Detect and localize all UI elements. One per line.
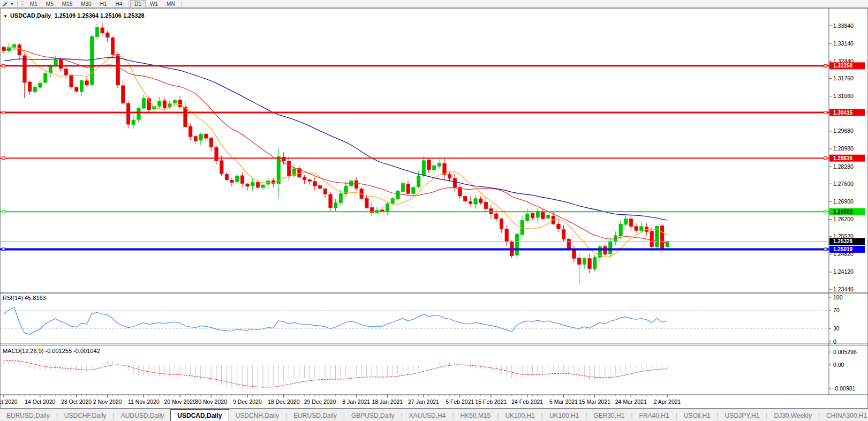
timeframe-button-h4[interactable]: H4 — [111, 0, 126, 8]
date-tick-label: 18 Jan 2021 — [372, 399, 403, 405]
tab-dj30-weekly[interactable]: DJ30,Weekly — [767, 409, 818, 421]
timeframe-button-h1[interactable]: H1 — [96, 0, 111, 8]
date-tick-label: 15 Feb 2021 — [475, 399, 507, 405]
tab-eurusd-daily[interactable]: EURUSD,Daily — [0, 409, 56, 421]
date-tick-label: 2 Nov 2020 — [93, 399, 122, 405]
date-tick-label: 24 Feb 2021 — [511, 399, 543, 405]
timeframe-button-m5[interactable]: M5 — [42, 0, 58, 8]
rsi-scale-label: 0 — [833, 339, 836, 345]
price-tag-label: 1.26503 — [833, 209, 853, 215]
chart-window: 1.338401.331401.324401.317601.310601.296… — [0, 8, 868, 409]
tab-uk100-h1[interactable]: UK100,H1 — [499, 409, 541, 421]
price-tag-label: 1.25019 — [833, 246, 853, 252]
hline-handle[interactable] — [824, 210, 827, 213]
toolbar-dropdown-caret[interactable]: ▼ — [10, 2, 14, 6]
date-tick-label: 29 Dec 2020 — [304, 399, 336, 405]
date-tick-label: 18 Dec 2020 — [268, 399, 300, 405]
toolbar-grip[interactable] — [21, 1, 24, 6]
toolbar-separator — [17, 1, 18, 7]
hline-handle[interactable] — [824, 248, 827, 251]
toolbar-separator — [128, 1, 129, 7]
macd-scale-label: 0.005296 — [833, 349, 857, 355]
tab-fra40-h1[interactable]: FRA40,H1 — [633, 409, 676, 421]
tab-usoil-h1[interactable]: USOil,H1 — [677, 409, 717, 421]
crosshair-pen-icon[interactable] — [0, 1, 10, 7]
tab-xauusd-h4[interactable]: XAUUSD,H4 — [403, 409, 452, 421]
price-tick-label: 1.28980 — [833, 145, 854, 152]
date-tick-label: 24 Mar 2021 — [615, 399, 647, 405]
hline-handle[interactable] — [2, 210, 5, 213]
macd-values: -0.001255 -0.001042 — [45, 348, 100, 354]
rsi-scale-label: 30 — [833, 325, 840, 332]
timeframe-button-m30[interactable]: M30 — [77, 0, 95, 8]
date-tick-label: 15 Mar 2021 — [579, 399, 610, 405]
tab-uk100-h1[interactable]: UK100,H1 — [543, 409, 585, 421]
timeframe-button-m1[interactable]: M1 — [26, 0, 42, 8]
price-tick-label: 1.29680 — [833, 127, 854, 134]
price-tick-label: 1.31060 — [833, 93, 854, 99]
date-tick-label: 27 Jan 2021 — [408, 399, 439, 405]
date-tick-label: 8 Jan 2021 — [342, 399, 370, 405]
tab-ger30-h1[interactable]: GER30,H1 — [587, 409, 631, 421]
tab-audusd-daily[interactable]: AUDUSD,Daily — [115, 409, 171, 421]
timeframe-button-m15[interactable]: M15 — [58, 0, 77, 8]
timeframe-button-d1[interactable]: D1 — [130, 0, 146, 8]
hline-handle[interactable] — [824, 64, 827, 67]
tab-usdchf-daily[interactable]: USDCHF,Daily — [58, 409, 113, 421]
macd-name: MACD(12,26,9) — [3, 348, 43, 354]
tab-hk50-m15[interactable]: HK50,M15 — [454, 409, 497, 421]
tab-usdcad-daily[interactable]: USDCAD,Daily — [170, 409, 229, 421]
date-tick-label: 2 Apr 2021 — [654, 399, 681, 405]
price-tick-label: 1.26900 — [833, 198, 854, 205]
date-tick-label: 30 Nov 2020 — [195, 399, 227, 405]
date-tick-label: 20 Nov 2020 — [164, 399, 196, 405]
price-tick-label: 1.24120 — [833, 268, 854, 275]
timeframe-button-mn[interactable]: MN — [162, 0, 179, 8]
date-tick-label: 11 Nov 2020 — [128, 399, 160, 405]
tab-usdjpy-h1[interactable]: USDJPY,H1 — [719, 409, 766, 421]
chart-title-caret[interactable]: ▼ — [3, 14, 7, 19]
date-tick-label: 5 Feb 2021 — [446, 399, 474, 405]
tab-gbpusd-daily[interactable]: GBPUSD,Daily — [345, 409, 401, 421]
tab-usdcnh-daily[interactable]: USDCNH,Daily — [229, 409, 285, 421]
macd-scale-label: 0.00 — [833, 362, 844, 368]
timeframe-toolbar: ▼ M1M5M15M30H1H4D1W1MN — [0, 0, 868, 8]
date-tick-label: 9 Dec 2020 — [233, 399, 262, 405]
date-tick-label: 5 Mar 2021 — [549, 399, 578, 405]
price-tag-label: 1.25328 — [833, 238, 853, 244]
date-tick-label: 5 Oct 2020 — [0, 399, 18, 405]
hline-handle[interactable] — [2, 248, 5, 251]
price-tag-label: 1.28616 — [833, 155, 853, 161]
macd-indicator-label: MACD(12,26,9) -0.001255 -0.001042 — [3, 348, 100, 354]
symbol-tab-bar: EURUSD,Daily|USDCHF,Daily|AUDUSD,DailyUS… — [0, 409, 868, 421]
macd-scale-label: -0.00981 — [833, 385, 856, 392]
rsi-scale-label: 70 — [833, 307, 840, 313]
tab-china300-h1[interactable]: CHINA300,H1 — [820, 409, 868, 421]
price-tag-label: 1.32258 — [833, 63, 853, 69]
hline-handle[interactable] — [824, 111, 827, 114]
price-tick-label: 1.26200 — [833, 216, 854, 222]
chart-symbol: USDCAD,Daily — [10, 12, 51, 19]
date-tick-label: 14 Oct 2020 — [25, 399, 55, 405]
chart-title: ▼USDCAD,Daily 1.25109 1.25364 1.25106 1.… — [3, 12, 145, 19]
tab-eurusd-daily[interactable]: EURUSD,Daily — [287, 409, 343, 421]
price-chart-canvas[interactable]: 1.338401.331401.324401.317601.310601.296… — [0, 8, 868, 409]
price-tick-label: 1.27600 — [833, 181, 854, 187]
price-tick-label: 1.33140 — [833, 40, 854, 47]
hline-handle[interactable] — [2, 157, 5, 160]
hline-handle[interactable] — [2, 111, 5, 114]
rsi-scale-label: 100 — [833, 294, 843, 300]
hline-handle[interactable] — [2, 64, 5, 67]
timeframe-button-w1[interactable]: W1 — [146, 0, 162, 8]
hline-handle[interactable] — [824, 157, 827, 160]
price-tick-label: 1.33840 — [833, 22, 854, 29]
price-tick-label: 1.23440 — [833, 286, 854, 292]
toolbar-separator — [181, 1, 182, 7]
price-tick-label: 1.28280 — [833, 163, 854, 170]
rsi-value: 45.8163 — [25, 295, 46, 301]
chart-ohlc-values: 1.25109 1.25364 1.25106 1.25328 — [54, 12, 144, 19]
price-tag-label: 1.30415 — [833, 110, 853, 116]
date-tick-label: 23 Oct 2020 — [61, 399, 92, 405]
rsi-name: RSI(14) — [3, 295, 23, 301]
rsi-indicator-label: RSI(14) 45.8163 — [3, 295, 46, 301]
